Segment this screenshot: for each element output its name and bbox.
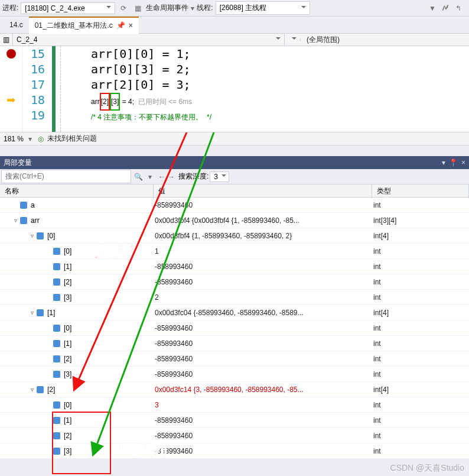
current-line-icon: ➡ — [6, 93, 15, 106]
close-panel-icon[interactable]: × — [461, 158, 465, 167]
variable-row[interactable]: [1]-858993460int — [0, 259, 469, 274]
scope-global[interactable]: (全局范围) — [301, 34, 346, 46]
stack-nav-icon[interactable]: ↰ — [452, 2, 464, 14]
lifecycle-label: 生命周期事件 — [146, 3, 188, 13]
expander-icon[interactable]: ▿ — [28, 386, 35, 393]
variable-row[interactable]: [0]1int — [0, 244, 469, 259]
variable-type: int — [372, 293, 469, 302]
breakpoint-gutter[interactable]: ➡ — [0, 46, 22, 132]
variable-name: [0] — [45, 232, 55, 240]
zoom-dropdown-icon[interactable]: ▾ — [26, 135, 34, 143]
tab-inactive[interactable]: 14.c — [4, 18, 29, 32]
variable-row[interactable]: a-858993460int — [0, 197, 469, 213]
variable-icon — [53, 263, 60, 270]
variable-row[interactable]: [2]-858993460int — [0, 274, 469, 290]
variable-row[interactable]: [1]-858993460int — [0, 336, 469, 351]
variable-value: 0x00d3fbf4 {0x00d3fbf4 {1, -858993460, -… — [154, 216, 372, 225]
variable-icon — [37, 386, 44, 393]
next-icon[interactable]: → — [168, 173, 175, 181]
expander-icon[interactable]: ▿ — [28, 309, 35, 316]
variable-type: int — [372, 324, 469, 332]
variable-icon — [20, 202, 27, 209]
thread-label: 线程: — [197, 3, 213, 13]
scope-combo-module[interactable]: C_2_4 — [13, 34, 285, 45]
variable-name: [0] — [61, 247, 71, 255]
variable-value: -858993460 — [154, 416, 372, 425]
debug-toolbar: 进程: [18180] C_2_4.exe ⟳ ▦ 生命周期事件 ▾ 线程: [… — [0, 0, 469, 17]
clear-icon[interactable]: ▾ — [144, 173, 156, 181]
panel-title: 局部变量 — [4, 158, 32, 168]
col-type[interactable]: 类型 — [372, 184, 469, 198]
lifecycle-icon[interactable]: ▦ — [132, 2, 144, 14]
variable-icon — [53, 325, 60, 332]
pin-icon[interactable]: 📌 — [116, 21, 125, 30]
perf-hint: 已用时间 <= 6ms — [134, 98, 192, 106]
variable-type: int — [372, 278, 469, 286]
cycle-icon[interactable]: ⟳ — [118, 2, 129, 14]
variable-value: -858993460 — [154, 370, 372, 378]
variable-row[interactable]: [2]-858993460int — [0, 351, 469, 367]
col-name[interactable]: 名称 — [0, 184, 154, 198]
variable-name: [0] — [61, 324, 71, 332]
locals-search-bar: 搜索(Ctrl+E) 🔍 ▾ ← → 搜索深度: 3 — [0, 169, 469, 184]
stack-frame-icon[interactable]: 🗲 — [439, 2, 451, 14]
variable-name: a — [28, 201, 35, 209]
breakpoint-icon[interactable] — [6, 49, 16, 59]
variable-icon — [20, 217, 27, 224]
prev-icon[interactable]: ← — [158, 173, 165, 181]
locals-columns-header[interactable]: 名称 值 类型 — [0, 184, 469, 197]
code-editor[interactable]: ➡ 15 16 17 18 19 arr[0][0] = 1; arr[0][3… — [0, 46, 469, 132]
expander-icon[interactable]: ▿ — [28, 232, 35, 239]
variable-type: int[4] — [372, 309, 469, 317]
close-icon[interactable]: × — [129, 21, 133, 30]
variable-row[interactable]: [0]-858993460int — [0, 320, 469, 336]
variable-value: -858993460 — [154, 447, 372, 455]
thread-combo[interactable]: [26088] 主线程 — [216, 1, 310, 15]
variable-type: int — [372, 201, 469, 209]
variable-type: int — [372, 432, 469, 440]
expander-icon[interactable]: ▿ — [12, 217, 19, 224]
variable-name: [0] — [61, 401, 71, 409]
document-tabs: 14.c 01_二维数组_基本用法.c 📌 × — [0, 17, 469, 33]
editor-statusbar: 181 % ▾ ◎ 未找到相关问题 — [0, 132, 469, 145]
process-label: 进程: — [2, 3, 18, 13]
window-options-icon[interactable]: ▾ — [442, 158, 445, 167]
variable-type: int — [372, 370, 469, 378]
variable-row[interactable]: ▿arr0x00d3fbf4 {0x00d3fbf4 {1, -85899346… — [0, 213, 469, 228]
variable-value: -858993460 — [154, 263, 372, 271]
code-text[interactable]: arr[0][0] = 1; arr[0][3] = 2; arr[2][0] … — [67, 46, 469, 132]
status-ok-icon: ◎ — [34, 135, 47, 143]
variable-value: -858993460 — [154, 324, 372, 332]
tab-active[interactable]: 01_二维数组_基本用法.c 📌 × — [29, 17, 139, 34]
variable-name: arr — [28, 216, 40, 225]
variable-row[interactable]: [3]-858993460int — [0, 367, 469, 382]
col-value[interactable]: 值 — [154, 184, 372, 198]
line-numbers: 15 16 17 18 19 — [22, 46, 50, 132]
search-icon[interactable]: 🔍 — [132, 173, 144, 181]
status-message: 未找到相关问题 — [47, 134, 97, 144]
search-input[interactable]: 搜索(Ctrl+E) — [1, 170, 131, 183]
variable-name: [2] — [61, 355, 71, 363]
variable-row[interactable]: ▿[0]0x00d3fbf4 {1, -858993460, -85899346… — [0, 228, 469, 244]
zoom-level[interactable]: 181 % — [0, 135, 26, 143]
variable-name: [2] — [61, 278, 71, 286]
variable-row[interactable]: ▿[2]0x00d3fc14 {3, -858993460, -85899346… — [0, 382, 469, 397]
project-icon[interactable]: ▥ — [0, 34, 13, 46]
variable-name: [1] — [61, 339, 71, 348]
highlight-rowset-box — [52, 412, 111, 474]
variable-icon — [37, 309, 44, 316]
scope-combo-mid[interactable] — [285, 38, 301, 41]
variable-row[interactable]: ▿[1]0x00d3fc04 {-858993460, -858993460, … — [0, 305, 469, 320]
variable-row[interactable]: [0]3int — [0, 397, 469, 413]
variable-icon — [37, 232, 44, 239]
variable-icon — [53, 371, 60, 378]
pin-panel-icon[interactable]: 📍 — [449, 158, 458, 167]
variable-icon — [53, 279, 60, 286]
variable-value: 1 — [154, 247, 372, 255]
process-combo[interactable]: [18180] C_2_4.exe — [21, 2, 115, 14]
depth-combo[interactable]: 3 — [210, 171, 229, 182]
variable-type: int — [372, 263, 469, 271]
variable-row[interactable]: [3]2int — [0, 290, 469, 305]
locals-panel-header[interactable]: 局部变量 ▾ 📍 × — [0, 156, 469, 169]
filter-icon[interactable]: ▼ — [426, 2, 438, 14]
